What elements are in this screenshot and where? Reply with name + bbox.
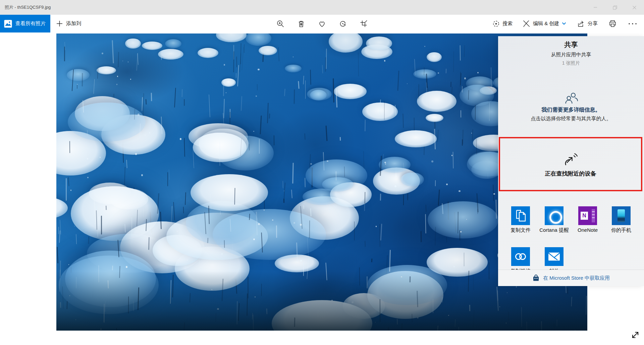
print-button[interactable] <box>604 15 621 32</box>
photos-app-icon <box>4 19 12 28</box>
people-icon <box>564 91 579 105</box>
minimize-button[interactable] <box>586 0 605 15</box>
share-icon <box>577 20 585 28</box>
share-app-mail[interactable]: 邮件 <box>537 247 571 270</box>
share-app-onenote[interactable]: N OneNote <box>571 206 604 247</box>
view-all-photos-label: 查看所有照片 <box>15 20 46 27</box>
window-controls <box>586 0 644 15</box>
crop-icon <box>360 20 368 28</box>
titlebar: 照片 - thSE1QCSF9.jpg <box>0 0 644 15</box>
edit-create-icon <box>523 20 530 27</box>
onenote-icon: N <box>578 206 597 225</box>
contacts-prompt[interactable] <box>498 91 644 105</box>
your-phone-icon <box>612 206 631 225</box>
delete-button[interactable] <box>293 15 309 32</box>
expand-button[interactable] <box>629 329 641 341</box>
rotate-icon <box>339 20 347 28</box>
store-link-label: 在 Microsoft Store 中获取应用 <box>543 275 610 281</box>
zoom-in-icon <box>276 20 284 28</box>
share-button[interactable]: 分享 <box>577 15 598 32</box>
get-apps-in-store-link[interactable]: 在 Microsoft Store 中获取应用 <box>498 270 644 286</box>
edit-create-button[interactable]: 编辑 & 创建 <box>523 15 566 32</box>
photos-app-window: 照片 - thSE1QCSF9.jpg 查看所有照片 <box>0 0 644 345</box>
restore-button[interactable] <box>605 0 625 15</box>
edit-create-label: 编辑 & 创建 <box>533 20 559 27</box>
toolbar: 查看所有照片 添加到 <box>0 15 644 32</box>
chevron-down-icon <box>562 22 566 25</box>
search-button[interactable]: 搜索 <box>492 15 513 32</box>
share-label: 分享 <box>588 20 598 27</box>
share-panel-title: 共享 <box>498 40 644 49</box>
share-app-copy-link[interactable]: 复制链接 <box>504 247 537 270</box>
heart-icon <box>318 20 326 28</box>
more-button[interactable] <box>625 15 641 32</box>
share-app-your-phone[interactable]: 你的手机 <box>604 206 638 247</box>
plus-icon <box>56 20 63 27</box>
view-all-photos-button[interactable]: 查看所有照片 <box>0 15 50 32</box>
store-bag-icon <box>532 274 540 282</box>
copy-file-icon <box>511 206 530 225</box>
share-app-cortana[interactable]: Cortana 提醒 <box>537 206 571 247</box>
share-app-grid: 复制文件 Cortana 提醒 N OneNote 你的手机 <box>504 206 638 270</box>
more-icon <box>628 23 637 25</box>
share-flyout-panel: 共享 从照片应用中共享 1 张照片 我们需要更多详细信息。 点击以选择你经常要与… <box>498 36 644 286</box>
cortana-icon <box>545 206 564 225</box>
favorite-button[interactable] <box>314 15 330 32</box>
window-title: 照片 - thSE1QCSF9.jpg <box>5 0 51 15</box>
contacts-prompt-subtitle: 点击以选择你经常要与其共享的人。 <box>498 116 644 122</box>
highlight-rectangle <box>499 137 642 191</box>
expand-diagonal-icon <box>631 330 640 340</box>
zoom-button[interactable] <box>272 15 288 32</box>
trash-icon <box>297 20 305 28</box>
close-button[interactable] <box>625 0 644 15</box>
search-icon <box>492 20 500 27</box>
share-panel-subtitle: 从照片应用中共享 <box>498 52 644 58</box>
copy-link-icon <box>511 247 530 266</box>
share-app-copy-file[interactable]: 复制文件 <box>504 206 537 247</box>
search-label: 搜索 <box>502 20 513 27</box>
rotate-button[interactable] <box>335 15 351 32</box>
mail-icon <box>545 247 564 266</box>
share-photo-count: 1 张照片 <box>498 60 644 66</box>
add-to-label: 添加到 <box>66 20 81 27</box>
add-to-button[interactable]: 添加到 <box>56 15 81 32</box>
contacts-prompt-title: 我们需要更多详细信息。 <box>498 107 644 114</box>
crop-button[interactable] <box>356 15 372 32</box>
printer-icon <box>608 19 617 28</box>
